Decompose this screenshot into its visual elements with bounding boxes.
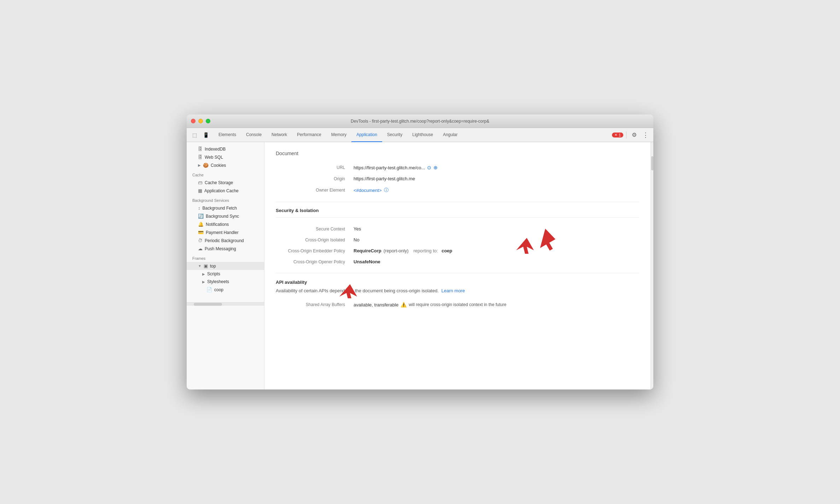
sidebar-label-periodic-background: Periodic Background [205,238,244,243]
tab-application[interactable]: Application [351,128,382,142]
divider-1 [276,202,639,202]
api-section-header: API availablity [276,280,307,289]
error-count: 1 [619,133,621,137]
page-header: Document [276,151,639,156]
devtools-body: 🗄 IndexedDB 🗄 Web SQL ▶ 🍪 Cookies Cache … [187,142,653,389]
error-x-icon: ✕ [614,133,617,137]
owner-element-value: <#document> ⓘ [354,187,389,193]
sidebar-item-top[interactable]: ▼ ▣ top [187,262,264,270]
database-icon: 🗄 [198,146,203,152]
tab-console[interactable]: Console [241,128,267,142]
secure-context-label: Secure Context [276,227,354,232]
coep-reporting-label: reporting to: [414,248,438,253]
device-emulation-button[interactable]: 📱 [201,130,211,140]
sidebar-label-indexeddb: IndexedDB [205,147,226,152]
cursor-tool-button[interactable]: ⬚ [189,130,199,140]
sidebar-item-scripts[interactable]: ▶ Scripts [187,270,264,278]
sidebar-label-top: top [210,264,216,269]
sidebar-item-application-cache[interactable]: ▦ Application Cache [187,187,264,195]
more-button[interactable]: ⋮ [641,130,651,140]
sidebar-item-coop[interactable]: 📄 coop [187,286,264,294]
cross-origin-isolated-label: Cross-Origin Isolated [276,238,354,242]
sidebar-label-background-fetch: Background Fetch [203,206,237,211]
secure-context-row: Secure Context Yes [276,223,639,234]
learn-more-link[interactable]: Learn more [441,288,465,293]
coep-value: RequireCorp [354,248,381,253]
coep-value-group: RequireCorp (report-only) reporting to: … [354,248,452,253]
sidebar-item-background-fetch[interactable]: ↕ Background Fetch [187,204,264,212]
sidebar-item-notifications[interactable]: 🔔 Notifications [187,220,264,228]
right-scrollbar[interactable] [651,142,653,389]
navigate-icon[interactable]: ⊕ [433,165,438,170]
application-cache-icon: ▦ [198,188,202,193]
open-in-panel-icon[interactable]: ⊙ [427,165,431,170]
api-section-wrapper: API availablity [276,279,307,285]
sidebar-item-indexeddb[interactable]: 🗄 IndexedDB [187,145,264,153]
origin-value: https://first-party-test.glitch.me [354,176,415,181]
content-panel: Document URL https://first-party-test.gl… [264,142,651,389]
shared-buffers-value-group: available, transferable ⚠️ will require … [354,302,506,307]
sidebar-item-stylesheets[interactable]: ▶ Stylesheets [187,278,264,286]
sidebar-label-websql: Web SQL [205,155,223,160]
cookies-icon: 🍪 [203,163,209,168]
sidebar-label-cookies: Cookies [211,163,226,168]
owner-element-info-icon[interactable]: ⓘ [384,187,389,193]
sidebar-label-payment-handler: Payment Handler [206,230,239,235]
tab-elements[interactable]: Elements [214,128,241,142]
coep-row: Cross-Origin Embedder Policy RequireCorp… [276,245,639,256]
origin-label: Origin [276,176,354,181]
minimize-button[interactable] [198,119,203,123]
origin-value-text: https://first-party-test.glitch.me [354,176,415,181]
tab-lighthouse[interactable]: Lighthouse [407,128,438,142]
sidebar-section-background: Background Services [187,195,264,204]
url-row: URL https://first-party-test.glitch.me/c… [276,162,639,173]
error-badge[interactable]: ✕ 1 [612,133,623,137]
divider-2 [276,273,639,273]
sidebar-item-periodic-background[interactable]: ⏱ Periodic Background [187,236,264,245]
frame-icon: ▣ [204,263,208,269]
coep-label: Cross-Origin Embedder Policy [276,248,354,253]
tab-security[interactable]: Security [382,128,407,142]
sidebar-label-push-messaging: Push Messaging [205,246,236,251]
cross-origin-isolated-text: No [354,237,360,242]
payment-handler-icon: 💳 [198,230,204,235]
warning-icon: ⚠️ [401,302,407,307]
owner-element-link[interactable]: <#document> [354,188,382,193]
tab-network[interactable]: Network [267,128,292,142]
sidebar-item-push-messaging[interactable]: ☁ Push Messaging [187,245,264,253]
coep-detail: (report-only) [384,248,409,253]
shared-buffers-label: Shared Array Buffers [276,302,354,307]
devtools-window: DevTools - first-party-test.glitch.me/co… [187,115,653,389]
shared-buffers-row: Shared Array Buffers available, transfer… [276,299,639,310]
toolbar-icons: ✕ 1 ⚙ ⋮ [612,130,651,140]
expand-arrow-cookies: ▶ [198,163,201,167]
tab-angular[interactable]: Angular [438,128,462,142]
maximize-button[interactable] [206,119,210,123]
url-value: https://first-party-test.glitch.me/co... [354,165,425,170]
background-fetch-icon: ↕ [198,205,200,211]
cache-storage-icon: 🗃 [198,180,203,185]
tab-performance[interactable]: Performance [292,128,326,142]
settings-button[interactable]: ⚙ [629,130,639,140]
tab-group: Elements Console Network Performance Mem… [214,128,612,142]
sidebar-item-payment-handler[interactable]: 💳 Payment Handler [187,228,264,236]
secure-context-value: Yes [354,226,361,232]
sidebar-label-cache-storage: Cache Storage [205,180,233,185]
sidebar-item-websql[interactable]: 🗄 Web SQL [187,153,264,161]
sidebar-section-cache: Cache [187,169,264,178]
sidebar-label-background-sync: Background Sync [206,214,239,219]
expand-arrow-top: ▼ [198,264,202,268]
close-button[interactable] [191,119,196,123]
sidebar-item-cookies[interactable]: ▶ 🍪 Cookies [187,161,264,169]
shared-buffers-value: available, transferable [354,302,398,307]
tab-memory[interactable]: Memory [326,128,351,142]
notifications-icon: 🔔 [198,222,204,227]
coop-value: UnsafeNone [354,259,380,264]
devtools-tabbar: ⬚ 📱 Elements Console Network Performance… [187,128,653,142]
sidebar-label-application-cache: Application Cache [204,188,239,193]
sidebar-label-coop: coop [214,287,223,292]
sidebar-label-stylesheets: Stylesheets [207,279,229,284]
sidebar-item-cache-storage[interactable]: 🗃 Cache Storage [187,178,264,187]
sidebar-item-background-sync[interactable]: 🔄 Background Sync [187,212,264,220]
coop-row: Cross-Origin Opener Policy UnsafeNone [276,256,639,267]
